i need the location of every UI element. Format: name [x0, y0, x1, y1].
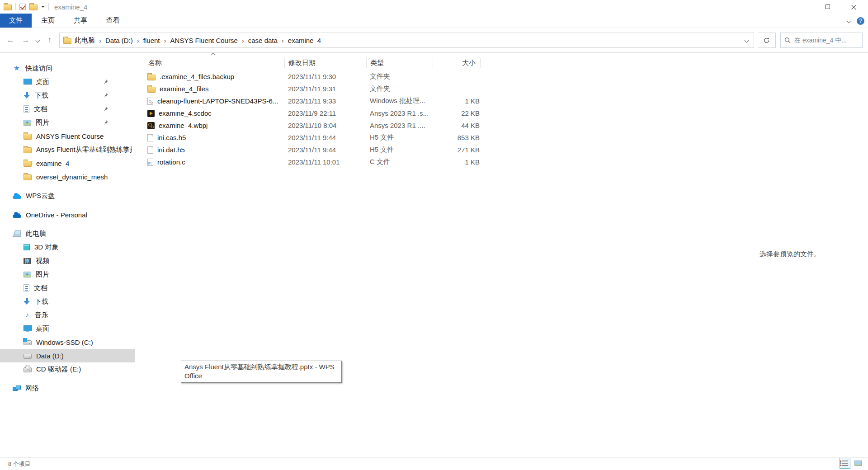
tooltip: Ansys Fluent从零基础到熟练掌握教程.pptx - WPS Offic… [181, 361, 342, 383]
up-button[interactable]: ↑ [44, 36, 56, 45]
file-name: ini.dat.h5 [157, 146, 185, 154]
file-row[interactable]: .examine_4_files.backup2023/11/11 9:30文件… [141, 70, 489, 83]
file-row[interactable]: examine_4.wbpj2023/11/10 8:04Ansys 2023 … [141, 119, 489, 132]
file-list-body: .examine_4_files.backup2023/11/11 9:30文件… [141, 70, 489, 168]
window-title: examine_4 [54, 3, 87, 11]
column-header-date[interactable]: 修改日期 [284, 58, 366, 68]
file-size: 1 KB [436, 97, 484, 105]
file-date: 2023/11/11 9:30 [288, 73, 370, 80]
new-folder-toolbar-icon[interactable] [29, 5, 38, 10]
sidebar-item-drive-e[interactable]: CD 驱动器 (E:) [0, 362, 135, 376]
status-bar: 8 个项目 [0, 457, 868, 470]
file-date: 2023/11/10 8:04 [288, 122, 370, 129]
tab-file[interactable]: 文件 [0, 14, 32, 28]
sidebar-item-pictures[interactable]: 图片 [0, 268, 135, 281]
forward-button[interactable]: → [20, 36, 32, 45]
sidebar-item-label: 音乐 [35, 311, 48, 320]
close-icon [851, 4, 857, 9]
sidebar-item-wps-cloud[interactable]: WPS云盘 [0, 189, 135, 202]
help-button[interactable]: ? [857, 17, 864, 25]
sidebar-item-drive-d[interactable]: Data (D:) [0, 349, 135, 362]
sidebar-item-objects-3d[interactable]: 3D 对象 [0, 240, 135, 254]
titlebar-divider [48, 3, 49, 10]
maximize-button[interactable] [817, 0, 838, 14]
folder-icon [147, 75, 156, 80]
file-name: .examine_4_files.backup [160, 73, 234, 80]
search-input[interactable] [794, 37, 853, 44]
tab-share[interactable]: 共享 [64, 14, 97, 28]
folder-icon [24, 147, 32, 153]
breadcrumb-item[interactable]: 此电脑 [71, 36, 98, 45]
sidebar-item-downloads-pinned[interactable]: 下载 [0, 89, 135, 102]
breadcrumb-item[interactable]: fluent [140, 37, 163, 44]
close-button[interactable] [843, 0, 864, 14]
tab-view[interactable]: 查看 [97, 14, 129, 28]
collapse-ribbon-chevron-icon[interactable] [847, 19, 851, 23]
sidebar-item-documents[interactable]: 文档 [0, 281, 135, 295]
sidebar-item-this-pc[interactable]: 此电脑 [0, 227, 135, 240]
sidebar-item-downloads[interactable]: 下载 [0, 295, 135, 308]
breadcrumb-item[interactable]: Data (D:) [102, 37, 136, 44]
customize-toolbar-chevron-icon[interactable] [41, 6, 45, 8]
sidebar-item-label: Data (D:) [36, 352, 64, 360]
file-date: 2023/11/11 10:01 [288, 158, 370, 166]
column-header-size[interactable]: 大小 [433, 58, 481, 68]
breadcrumb-item[interactable]: examine_4 [285, 37, 324, 44]
address-dropdown-chevron-icon[interactable] [740, 33, 754, 47]
sidebar-item-examine-4[interactable]: examine_4 [0, 156, 135, 170]
search-box[interactable] [780, 33, 863, 48]
sidebar-item-desktop-pinned[interactable]: 桌面 [0, 75, 135, 89]
this-pc-icon [13, 230, 21, 237]
sidebar-item-pictures-pinned[interactable]: 图片 [0, 116, 135, 129]
recent-locations-chevron-icon[interactable] [35, 39, 40, 42]
file-type: H5 文件 [370, 146, 436, 154]
desktop-icon [24, 79, 31, 85]
file-size: 22 KB [436, 109, 484, 117]
back-button[interactable]: ← [5, 36, 16, 45]
file-row[interactable]: cleanup-fluent-LAPTOP-SNED43PS-6...2023/… [141, 95, 489, 107]
sidebar-item-videos[interactable]: 视频 [0, 254, 135, 268]
batch-icon [147, 98, 153, 105]
title-bar: examine_4 [0, 0, 868, 14]
file-row[interactable]: examine_4_files2023/11/11 9:31文件夹 [141, 83, 489, 95]
file-row[interactable]: rotation.c2023/11/11 10:01C 文件1 KB [141, 156, 489, 168]
sidebar-item-label: 桌面 [36, 78, 49, 86]
column-header-name[interactable]: 名称 [141, 58, 288, 68]
pin-icon [103, 79, 108, 85]
breadcrumb-separator-icon: › [137, 37, 139, 44]
file-type: Windows 批处理... [370, 97, 436, 105]
file-type: 文件夹 [370, 85, 436, 93]
sidebar-item-drive-c[interactable]: Windows-SSD (C:) [0, 335, 135, 349]
breadcrumb-item[interactable]: ANSYS Fluent Course [167, 37, 241, 44]
sidebar-item-desktop[interactable]: 桌面 [0, 322, 135, 335]
sidebar-item-music[interactable]: 音乐 [0, 308, 135, 322]
sidebar-item-documents-pinned[interactable]: 文档 [0, 102, 135, 116]
file-date: 2023/11/11 9:44 [288, 134, 370, 141]
sidebar-item-ansys-fluent-course[interactable]: ANSYS Fluent Course [0, 129, 135, 143]
tab-home[interactable]: 主页 [32, 14, 64, 28]
thumbnails-view-button[interactable] [853, 458, 863, 469]
sidebar-item-overset-dynamic-mesh[interactable]: overset_dynamic_mesh [0, 170, 135, 183]
sidebar-item-network[interactable]: 网络 [0, 381, 135, 395]
address-bar[interactable]: 此电脑›Data (D:)›fluent›ANSYS Fluent Course… [59, 33, 754, 48]
wps-cloud-icon [13, 193, 21, 199]
file-row[interactable]: examine_4.scdoc2023/11/9 22:11Ansys 2023… [141, 107, 489, 119]
sidebar-item-label: Ansys Fluent从零基础到熟练掌握教 [36, 146, 132, 154]
properties-toolbar-icon[interactable] [19, 4, 26, 10]
details-view-button[interactable] [840, 458, 850, 469]
column-header-type[interactable]: 类型 [366, 58, 433, 68]
file-row[interactable]: ini.cas.h52023/11/11 9:44H5 文件853 KB [141, 132, 489, 144]
sidebar-item-label: 文档 [34, 284, 47, 292]
pictures-icon [24, 272, 31, 277]
file-row[interactable]: ini.dat.h52023/11/11 9:44H5 文件271 KB [141, 144, 489, 156]
sidebar-item-onedrive[interactable]: OneDrive - Personal [0, 208, 135, 221]
download-icon [24, 92, 30, 99]
refresh-button[interactable] [758, 33, 776, 48]
sidebar-item-quick-access[interactable]: 快速访问 [0, 61, 135, 75]
file-name: examine_4.scdoc [159, 109, 212, 117]
sidebar-item-label: 3D 对象 [34, 243, 58, 252]
network-icon [13, 385, 21, 391]
sidebar-item-ansys-fluent-tutorial[interactable]: Ansys Fluent从零基础到熟练掌握教 [0, 143, 135, 156]
breadcrumb-item[interactable]: case data [245, 37, 281, 44]
minimize-button[interactable] [791, 0, 812, 14]
